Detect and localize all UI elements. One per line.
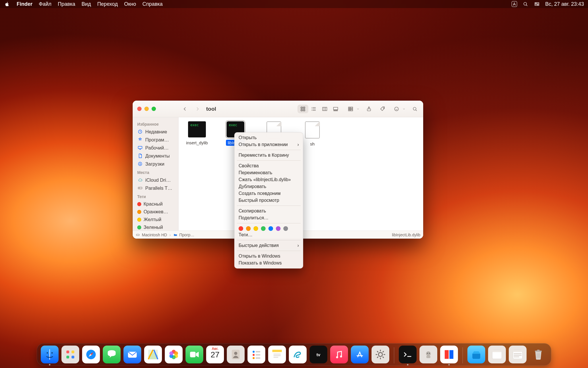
sidebar-tag-yellow[interactable]: Желтый [135,216,177,223]
cm-share[interactable]: Поделиться… [235,214,303,221]
cm-open-in-windows[interactable]: Открыть в Windows [235,253,303,260]
file-item[interactable]: insert_dylib [183,121,211,147]
dock-app-terminal[interactable] [399,346,417,363]
cm-separator [237,240,301,240]
cm-quick-actions[interactable]: Быстрые действия › [235,242,303,249]
dock-app-appstore[interactable] [351,346,369,363]
cm-make-alias[interactable]: Создать псевдоним [235,190,303,197]
dock-app-settings[interactable] [372,346,389,363]
cm-tag-color-green[interactable] [261,226,266,231]
dock-app-mail[interactable] [123,346,141,363]
dock-app-safari[interactable] [82,346,100,363]
cm-quick-look[interactable]: Быстрый просмотр [235,197,303,204]
svg-rect-61 [272,350,282,352]
cm-label: Свойства [239,163,259,168]
menubar-app-name[interactable]: Finder [17,1,32,7]
sidebar: Избранное Недавние Програм… Рабочий… Док… [133,117,179,231]
tags-button[interactable] [378,105,387,113]
dock-app-calendar[interactable]: Авг. 27 [206,346,224,363]
view-gallery-button[interactable] [330,105,341,113]
sidebar-item-desktop[interactable]: Рабочий… [135,144,177,152]
sidebar-tag-green[interactable]: Зеленый [135,223,177,231]
cm-duplicate[interactable]: Дублировать [235,183,303,190]
window-titlebar: tool [133,101,423,117]
cm-open[interactable]: Открыть [235,134,303,141]
cm-copy[interactable]: Скопировать [235,208,303,214]
cm-compress[interactable]: Сжать «libInjectLib.dylib» [235,176,303,183]
dock-app-contacts[interactable] [227,346,245,363]
sidebar-item-parallels[interactable]: Parallels T… [135,184,177,192]
group-by-button[interactable] [346,105,359,113]
share-button[interactable] [365,105,373,113]
menu-go[interactable]: Переход [97,1,118,7]
sidebar-item-downloads[interactable]: Загрузки [135,160,177,168]
sidebar-item-label: Зеленый [144,225,163,230]
dock-minimized-window-2[interactable] [509,346,527,363]
sidebar-tag-orange[interactable]: Оранжев… [135,208,177,216]
dock-trash[interactable] [529,346,547,363]
dock-app-finder[interactable] [41,346,59,363]
menu-view[interactable]: Вид [82,1,91,7]
cm-separator [237,160,301,161]
control-center-icon[interactable] [534,1,540,7]
view-list-button[interactable] [308,105,319,113]
window-zoom-button[interactable] [152,107,156,111]
window-close-button[interactable] [137,107,142,111]
path-crumb-leaf[interactable]: libInjectLib.dylib [392,233,420,237]
svg-point-51 [169,351,173,355]
path-label: Прогр… [179,233,195,237]
sidebar-tag-red[interactable]: Красный [135,200,177,208]
dock-app-launchpad[interactable] [61,346,79,363]
sidebar-item-applications[interactable]: Програм… [135,136,177,144]
cm-rename[interactable]: Переименовать [235,169,303,176]
dock-app-maps[interactable] [144,346,162,363]
cm-tag-color-purple[interactable] [276,226,281,231]
dock-app-facetime[interactable] [185,346,203,363]
menu-edit[interactable]: Правка [58,1,75,7]
svg-point-10 [312,108,312,109]
context-menu: Открыть Открыть в приложении › Перемести… [234,132,303,269]
search-button[interactable] [411,105,419,113]
dock-minimized-window-1[interactable] [488,346,506,363]
path-crumb-root[interactable]: Macintosh HD [136,233,167,237]
sidebar-item-documents[interactable]: Документы [135,152,177,160]
sidebar-item-recents[interactable]: Недавние [135,128,177,136]
svg-rect-80 [535,351,542,352]
cm-tag-color-blue[interactable] [268,226,273,231]
dock-app-notes[interactable] [268,346,286,363]
nav-forward-button[interactable] [194,105,202,113]
dock-app-freeform[interactable] [289,346,307,363]
dock-app-music[interactable] [330,346,348,363]
dock-app-photos[interactable] [165,346,183,363]
toolbar-tools [297,105,423,113]
dock-app-reminders[interactable] [247,346,265,363]
cm-tags[interactable]: Теги… [235,231,303,238]
dock-app-tv[interactable]: tv [310,346,327,363]
cm-move-to-trash[interactable]: Переместить в Корзину [235,152,303,159]
menubar-datetime[interactable]: Вс, 27 авг. 23:43 [545,1,584,7]
window-minimize-button[interactable] [144,107,149,111]
dock-app-parallels[interactable] [440,346,458,363]
cm-open-with[interactable]: Открыть в приложении › [235,141,303,148]
cm-get-info[interactable]: Свойства [235,162,303,169]
nav-back-button[interactable] [181,105,189,113]
dock-app-messages[interactable] [103,346,121,363]
dock-app-automator[interactable] [419,346,437,363]
cm-show-in-windows[interactable]: Показать в Windows [235,260,303,267]
actions-button[interactable] [392,105,405,113]
menu-window[interactable]: Окно [124,1,136,7]
apple-menu-icon[interactable] [4,1,10,7]
cm-tag-color-red[interactable] [239,226,243,231]
view-columns-button[interactable] [319,105,330,113]
spotlight-icon[interactable] [522,1,529,7]
input-source-indicator[interactable]: A [512,1,517,7]
cm-tag-color-yellow[interactable] [254,226,258,231]
cm-tag-color-orange[interactable] [246,226,251,231]
sidebar-item-icloud[interactable]: iCloud Dri… [135,176,177,184]
menu-help[interactable]: Справка [142,1,163,7]
menu-file[interactable]: Файл [39,1,51,7]
path-crumb-folder[interactable]: Прогр… [173,233,195,237]
cm-tag-color-gray[interactable] [283,226,288,231]
view-icons-button[interactable] [297,105,308,113]
dock-stack-downloads[interactable] [467,346,485,363]
